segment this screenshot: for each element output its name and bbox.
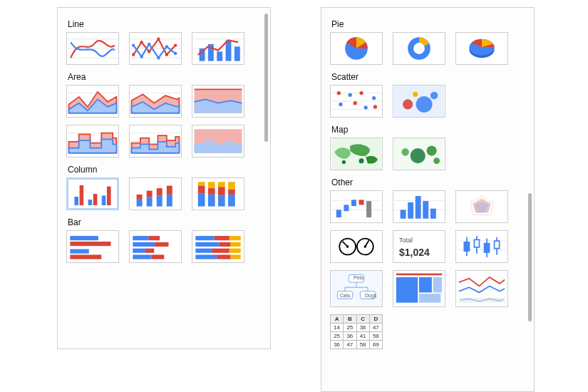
chart-pie[interactable] bbox=[330, 32, 383, 65]
chart-geo-markers[interactable] bbox=[393, 138, 445, 170]
svg-point-114 bbox=[354, 101, 357, 105]
svg-point-13 bbox=[140, 55, 143, 58]
svg-rect-51 bbox=[74, 197, 78, 205]
chart-bar-100-stacked[interactable] bbox=[192, 230, 244, 263]
chart-area-stacked[interactable] bbox=[129, 85, 182, 118]
chart-histogram[interactable] bbox=[393, 190, 445, 223]
svg-rect-94 bbox=[231, 242, 241, 247]
svg-point-10 bbox=[165, 53, 168, 56]
chart-area-stepped-stacked[interactable] bbox=[129, 125, 182, 158]
svg-rect-75 bbox=[228, 190, 235, 195]
chart-orgchart[interactable]: Pets Cats Dogs bbox=[330, 270, 383, 307]
svg-rect-84 bbox=[155, 242, 168, 247]
svg-rect-163 bbox=[495, 241, 500, 249]
section-label-column: Column bbox=[68, 165, 262, 175]
svg-rect-57 bbox=[137, 200, 143, 207]
orgchart-cats: Cats bbox=[340, 293, 350, 298]
chart-bar-grouped[interactable] bbox=[66, 230, 119, 263]
svg-rect-83 bbox=[133, 242, 155, 247]
section-label-line: Line bbox=[68, 19, 262, 29]
chart-area-basic[interactable] bbox=[66, 85, 119, 118]
section-label-area: Area bbox=[68, 72, 262, 82]
section-label-map: Map bbox=[331, 125, 525, 135]
svg-rect-92 bbox=[195, 242, 219, 247]
svg-rect-133 bbox=[344, 205, 349, 211]
chart-bar-stacked[interactable] bbox=[129, 230, 182, 263]
svg-point-129 bbox=[433, 158, 440, 164]
table-row: 25364158 bbox=[331, 332, 383, 341]
chart-gauge[interactable] bbox=[330, 230, 383, 263]
table-header-row: ABCD bbox=[331, 315, 383, 324]
chart-line-combo[interactable] bbox=[192, 32, 244, 65]
svg-rect-85 bbox=[133, 249, 145, 253]
svg-rect-143 bbox=[430, 209, 436, 219]
svg-point-121 bbox=[413, 92, 418, 97]
svg-rect-24 bbox=[226, 41, 232, 61]
svg-rect-98 bbox=[195, 254, 217, 259]
svg-point-124 bbox=[359, 158, 364, 163]
svg-rect-64 bbox=[167, 186, 172, 195]
svg-point-15 bbox=[157, 56, 160, 59]
svg-rect-174 bbox=[433, 277, 443, 292]
chart-scorecard[interactable]: Total $1,024 bbox=[393, 230, 445, 263]
svg-point-14 bbox=[148, 43, 150, 46]
orgchart-pets: Pets bbox=[354, 275, 363, 280]
svg-rect-80 bbox=[70, 254, 101, 259]
svg-rect-77 bbox=[70, 236, 98, 240]
chart-pie-3d[interactable] bbox=[455, 32, 508, 65]
svg-rect-141 bbox=[416, 196, 421, 219]
chart-bubble[interactable] bbox=[393, 85, 445, 118]
svg-point-16 bbox=[165, 45, 168, 48]
svg-point-9 bbox=[157, 38, 160, 41]
chart-line-smooth[interactable] bbox=[66, 32, 119, 65]
chart-type-panel-left: Line bbox=[57, 7, 271, 349]
svg-rect-25 bbox=[234, 46, 240, 61]
svg-rect-68 bbox=[208, 182, 215, 188]
chart-table[interactable]: ABCD 14253647 25364158 36475869 bbox=[330, 314, 383, 349]
chart-radar[interactable] bbox=[455, 190, 508, 223]
svg-point-111 bbox=[364, 105, 368, 109]
svg-rect-95 bbox=[195, 249, 212, 253]
svg-rect-70 bbox=[208, 195, 215, 207]
svg-rect-173 bbox=[419, 277, 432, 292]
chart-column-grouped[interactable] bbox=[66, 177, 119, 210]
svg-rect-135 bbox=[359, 200, 364, 205]
svg-rect-53 bbox=[88, 200, 93, 205]
svg-rect-89 bbox=[195, 236, 214, 240]
chart-waterfall[interactable] bbox=[330, 190, 383, 223]
svg-rect-134 bbox=[351, 200, 356, 206]
svg-rect-63 bbox=[167, 195, 172, 207]
chart-geo-map[interactable] bbox=[330, 138, 383, 170]
svg-point-127 bbox=[411, 148, 425, 163]
svg-rect-65 bbox=[198, 182, 205, 185]
svg-rect-140 bbox=[408, 202, 413, 219]
chart-area-stepped[interactable] bbox=[66, 125, 119, 158]
chart-treemap[interactable] bbox=[393, 270, 445, 307]
chart-area-100-stacked[interactable] bbox=[192, 85, 244, 118]
chart-candlestick[interactable] bbox=[455, 230, 508, 263]
chart-column-100-stacked[interactable] bbox=[192, 177, 244, 210]
scrollbar-right[interactable] bbox=[528, 193, 532, 321]
chart-column-stacked[interactable] bbox=[129, 177, 182, 210]
scrollbar-left[interactable] bbox=[264, 14, 268, 142]
chart-line-sharp[interactable] bbox=[129, 32, 182, 65]
section-label-pie: Pie bbox=[331, 19, 525, 29]
table-row: 14253647 bbox=[331, 324, 383, 332]
svg-rect-69 bbox=[208, 188, 215, 195]
svg-point-103 bbox=[413, 43, 425, 54]
svg-point-123 bbox=[342, 160, 346, 164]
svg-rect-142 bbox=[423, 201, 428, 219]
svg-point-7 bbox=[140, 41, 143, 43]
chart-donut[interactable] bbox=[393, 32, 445, 65]
svg-rect-86 bbox=[145, 249, 154, 253]
chart-timeline[interactable] bbox=[455, 270, 508, 307]
svg-marker-147 bbox=[475, 202, 488, 212]
svg-rect-139 bbox=[401, 210, 406, 218]
svg-rect-73 bbox=[218, 196, 225, 207]
chart-area-stepped-100[interactable] bbox=[192, 125, 244, 158]
svg-point-115 bbox=[359, 91, 363, 95]
svg-rect-132 bbox=[336, 210, 341, 217]
svg-rect-79 bbox=[70, 249, 88, 254]
svg-point-113 bbox=[337, 91, 341, 95]
chart-scatter[interactable] bbox=[330, 85, 383, 118]
